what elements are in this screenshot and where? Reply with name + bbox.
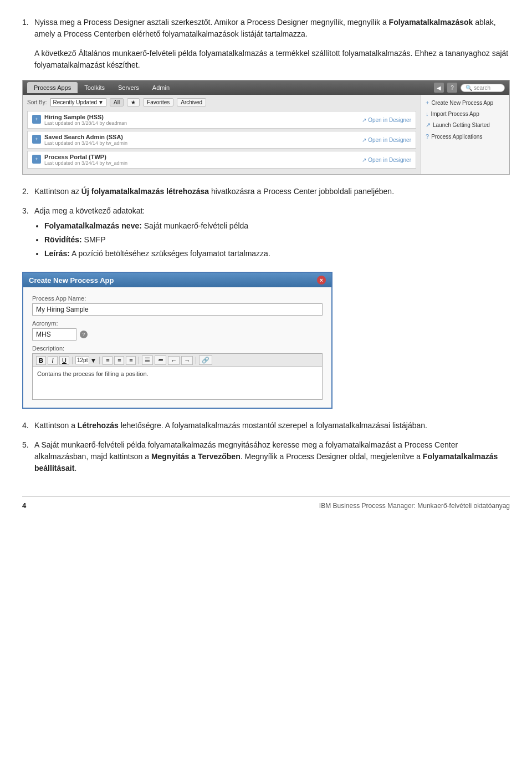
dialog-field-acronym-label: Acronym:: [32, 320, 323, 327]
dialog-process-app-name-input[interactable]: [32, 303, 323, 316]
item-2-bold-1: Új folyamatalkalmazás létrehozása: [81, 187, 209, 196]
dialog-acronym-input[interactable]: [32, 328, 76, 341]
item-1-num: 1.: [22, 17, 34, 40]
item-5-content: A Saját munkaerő-felvételi példa folyama…: [34, 439, 510, 474]
item-1-text-1: Nyissa meg a Process Designer asztali sz…: [34, 18, 389, 27]
pc-filter-all[interactable]: All: [110, 98, 124, 106]
pc-open-label-hiring: Open in Designer: [368, 117, 411, 123]
footer-page-number: 4: [22, 501, 26, 510]
pc-app-icon-ssa: +: [32, 135, 41, 144]
pc-app-name-hiring: Hiring Sample (HSS): [44, 114, 127, 120]
item-intro-content: A következő Általános munkaerő-felvételi…: [34, 48, 510, 71]
pc-sort-dropdown[interactable]: Recently Updated ▼: [50, 98, 106, 106]
pc-app-details-hiring: Hiring Sample (HSS) Last updated on 3/28…: [44, 114, 127, 126]
rte-list-unordered-button[interactable]: ☰: [142, 355, 153, 365]
item-3-intro: Adja meg a következő adatokat:: [34, 206, 145, 215]
pc-nav-back-icon[interactable]: ◀: [434, 83, 444, 93]
rte-font-size-chevron: ▼: [90, 357, 96, 364]
rte-indent-increase-button[interactable]: →: [181, 356, 193, 365]
pc-app-name-twp: Process Portal (TWP): [44, 154, 127, 160]
item-5-text-2: . Megnyílik a Process Designer oldal, me…: [241, 452, 423, 461]
dialog-desc-textarea[interactable]: Contains the process for filling a posit…: [32, 367, 323, 400]
item-intro-num: [22, 48, 34, 71]
pc-nav-bar: Process Apps Toolkits Servers Admin ◀ ? …: [23, 80, 509, 95]
pc-right-create[interactable]: + Create New Process App: [426, 99, 505, 106]
pc-open-btn-hiring[interactable]: ↗ Open in Designer: [362, 117, 411, 123]
pc-sort-bar: Sort By: Recently Updated ▼ All ★ Favori…: [27, 98, 416, 106]
pc-nav-right: ◀ ? 🔍 search: [434, 83, 505, 93]
pc-app-details-ssa: Saved Search Admin (SSA) Last updated on…: [44, 134, 127, 146]
rte-separator-4: [196, 357, 196, 364]
item-5-num: 5.: [22, 439, 34, 474]
dialog-rte-toolbar: B I U 12pt ▼ ≡ ≡ ≡ ☰ ≔ ← → 🔗: [32, 353, 323, 367]
item-1-bold-1: Folyamatalkalmazások: [389, 18, 473, 27]
item-2-text-2: hivatkozásra a Process Center jobboldali…: [209, 187, 394, 196]
pc-app-item-twp: + Process Portal (TWP) Last updated on 3…: [27, 151, 416, 169]
pc-nav-tab-admin[interactable]: Admin: [146, 82, 176, 93]
item-3-bullet-2-label: Rövidítés:: [44, 235, 82, 244]
pc-right-panel: + Create New Process App ↓ Import Proces…: [421, 95, 509, 174]
item-3-bullet-1: Folyamatalkalmazás neve: Saját munkaerő-…: [44, 220, 510, 232]
dialog-acronym-row: ?: [32, 328, 323, 341]
item-4-text-2: lehetőségre. A folyamatalkalmazás mostan…: [119, 421, 427, 430]
pc-left-panel: Sort By: Recently Updated ▼ All ★ Favori…: [23, 95, 421, 174]
item-1-content: Nyissa meg a Process Designer asztali sz…: [34, 17, 510, 40]
rte-font-size-select[interactable]: 12pt: [75, 356, 89, 364]
rte-underline-button[interactable]: U: [59, 356, 69, 365]
page-footer: 4 IBM Business Process Manager: Munkaerő…: [22, 496, 510, 510]
pc-nav-tab-toolkits[interactable]: Toolkits: [78, 82, 111, 93]
pc-main-area: Sort By: Recently Updated ▼ All ★ Favori…: [23, 95, 509, 174]
pc-app-name-ssa: Saved Search Admin (SSA): [44, 134, 127, 140]
item-3: 3. Adja meg a következő adatokat: Folyam…: [22, 205, 510, 263]
pc-open-btn-ssa[interactable]: ↗ Open in Designer: [362, 137, 411, 143]
item-5-text-3: .: [74, 464, 76, 473]
rte-italic-button[interactable]: I: [48, 356, 58, 365]
item-2-num: 2.: [22, 186, 34, 197]
dialog-field-desc-label: Description:: [32, 345, 323, 352]
pc-open-label-ssa: Open in Designer: [368, 137, 411, 143]
pc-sort-label: Sort By:: [27, 99, 47, 105]
pc-nav-help-icon[interactable]: ?: [447, 83, 457, 93]
rte-bold-button[interactable]: B: [36, 356, 46, 365]
pc-right-launch[interactable]: ↗ Launch Getting Started: [426, 121, 505, 129]
dialog-acronym-help-icon[interactable]: ?: [80, 331, 88, 338]
pc-nav-tab-servers[interactable]: Servers: [111, 82, 146, 93]
rte-align-left-button[interactable]: ≡: [103, 356, 112, 365]
item-3-bullet-2-value: SMFP: [84, 235, 106, 244]
pc-app-details-twp: Process Portal (TWP) Last updated on 3/2…: [44, 154, 127, 166]
pc-app-item-hiring: + Hiring Sample (HSS) Last updated on 3/…: [27, 111, 416, 129]
item-intro-text: A következő Általános munkaerő-felvételi…: [34, 49, 508, 69]
pc-search-box[interactable]: 🔍 search: [461, 84, 505, 92]
pc-right-create-label: Create New Process App: [431, 100, 493, 106]
dialog-close-button[interactable]: ×: [317, 276, 326, 285]
pc-filter-favorites[interactable]: Favorites: [143, 98, 173, 106]
pc-search-icon: 🔍: [466, 85, 472, 91]
item-4-content: Kattintson a Létrehozás lehetőségre. A f…: [34, 420, 510, 431]
rte-align-center-button[interactable]: ≡: [114, 356, 124, 365]
item-3-bullets: Folyamatalkalmazás neve: Saját munkaerő-…: [44, 220, 510, 260]
rte-list-ordered-button[interactable]: ≔: [155, 355, 166, 365]
pc-nav-tab-process-apps[interactable]: Process Apps: [27, 82, 78, 93]
item-4: 4. Kattintson a Létrehozás lehetőségre. …: [22, 420, 510, 431]
pc-open-icon-ssa: ↗: [362, 137, 366, 143]
item-3-bullet-2: Rövidítés: SMFP: [44, 234, 510, 246]
rte-align-right-button[interactable]: ≡: [126, 356, 136, 365]
item-3-bullet-1-value: Saját munkaerő-felvételi példa: [144, 221, 248, 230]
pc-right-apps[interactable]: ? Process Applications: [426, 133, 505, 140]
pc-app-info-ssa: + Saved Search Admin (SSA) Last updated …: [32, 134, 127, 146]
rte-indent-decrease-button[interactable]: ←: [168, 356, 180, 365]
item-3-content: Adja meg a következő adatokat: Folyamata…: [34, 205, 510, 263]
dialog-body: Process App Name: Acronym: ? Description…: [23, 287, 331, 408]
item-2: 2. Kattintson az Új folyamatalkalmazás l…: [22, 186, 510, 197]
item-1: 1. Nyissa meg a Process Designer asztali…: [22, 17, 510, 40]
pc-right-import[interactable]: ↓ Import Process App: [426, 110, 505, 117]
pc-right-launch-icon: ↗: [426, 121, 431, 129]
rte-link-button[interactable]: 🔗: [199, 355, 212, 365]
pc-open-btn-twp[interactable]: ↗ Open in Designer: [362, 157, 411, 163]
pc-open-icon-twp: ↗: [362, 157, 366, 163]
item-2-text-1: Kattintson az: [34, 187, 81, 196]
pc-filter-archived[interactable]: Archived: [177, 98, 206, 106]
dialog-screenshot: Create New Process App × Process App Nam…: [22, 272, 332, 409]
item-5: 5. A Saját munkaerő-felvételi példa foly…: [22, 439, 510, 474]
pc-app-date-hiring: Last updated on 3/28/14 by deadman: [44, 120, 127, 126]
